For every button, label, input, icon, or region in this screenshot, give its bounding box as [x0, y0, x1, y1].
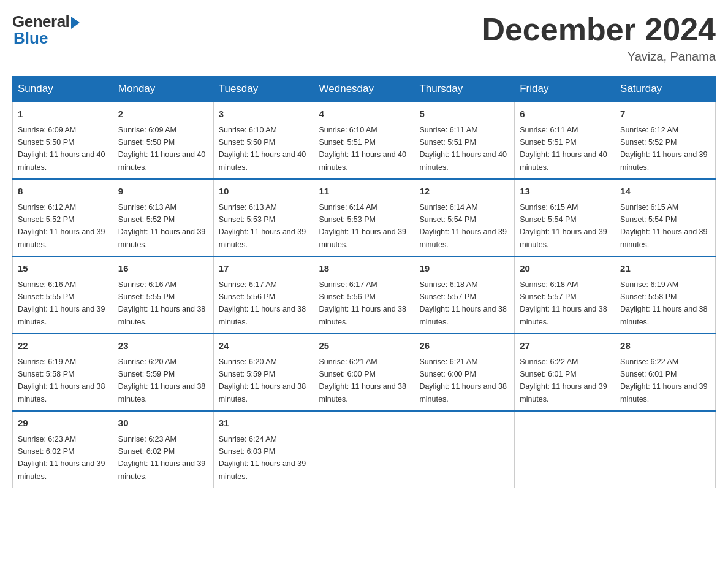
day-number: 28: [620, 339, 710, 353]
day-info: Sunrise: 6:12 AMSunset: 5:52 PMDaylight:…: [620, 126, 707, 172]
table-row: 29 Sunrise: 6:23 AMSunset: 6:02 PMDaylig…: [13, 411, 113, 488]
day-info: Sunrise: 6:14 AMSunset: 5:53 PMDaylight:…: [319, 203, 406, 249]
day-info: Sunrise: 6:10 AMSunset: 5:51 PMDaylight:…: [319, 126, 406, 172]
table-row: 9 Sunrise: 6:13 AMSunset: 5:52 PMDayligh…: [113, 179, 213, 256]
table-row: 2 Sunrise: 6:09 AMSunset: 5:50 PMDayligh…: [113, 102, 213, 179]
table-row: 27 Sunrise: 6:22 AMSunset: 6:01 PMDaylig…: [515, 334, 615, 411]
day-info: Sunrise: 6:18 AMSunset: 5:57 PMDaylight:…: [520, 280, 607, 326]
day-number: 5: [419, 107, 509, 121]
day-number: 30: [118, 416, 208, 431]
day-info: Sunrise: 6:19 AMSunset: 5:58 PMDaylight:…: [18, 358, 105, 404]
day-number: 27: [520, 339, 610, 353]
day-info: Sunrise: 6:20 AMSunset: 5:59 PMDaylight:…: [118, 358, 205, 404]
day-info: Sunrise: 6:17 AMSunset: 5:56 PMDaylight:…: [219, 280, 306, 326]
day-number: 13: [520, 185, 610, 199]
table-row: 12 Sunrise: 6:14 AMSunset: 5:54 PMDaylig…: [414, 179, 515, 256]
calendar-week-row: 22 Sunrise: 6:19 AMSunset: 5:58 PMDaylig…: [13, 334, 716, 411]
table-row: 24 Sunrise: 6:20 AMSunset: 5:59 PMDaylig…: [213, 334, 314, 411]
location: Yaviza, Panama: [482, 50, 716, 64]
table-row: 17 Sunrise: 6:17 AMSunset: 5:56 PMDaylig…: [213, 256, 314, 334]
day-number: 9: [118, 185, 208, 199]
day-number: 11: [319, 185, 409, 199]
day-info: Sunrise: 6:22 AMSunset: 6:01 PMDaylight:…: [520, 358, 607, 404]
day-info: Sunrise: 6:15 AMSunset: 5:54 PMDaylight:…: [520, 203, 607, 249]
day-info: Sunrise: 6:09 AMSunset: 5:50 PMDaylight:…: [118, 126, 205, 172]
table-row: 15 Sunrise: 6:16 AMSunset: 5:55 PMDaylig…: [13, 256, 113, 334]
day-info: Sunrise: 6:15 AMSunset: 5:54 PMDaylight:…: [620, 203, 707, 249]
day-info: Sunrise: 6:21 AMSunset: 6:00 PMDaylight:…: [319, 358, 406, 404]
day-info: Sunrise: 6:24 AMSunset: 6:03 PMDaylight:…: [219, 435, 306, 481]
page-header: General Blue December 2024 Yaviza, Panam…: [12, 12, 716, 64]
table-row: 20 Sunrise: 6:18 AMSunset: 5:57 PMDaylig…: [515, 256, 615, 334]
logo-arrow-icon: [71, 17, 80, 29]
table-row: 18 Sunrise: 6:17 AMSunset: 5:56 PMDaylig…: [314, 256, 414, 334]
day-info: Sunrise: 6:18 AMSunset: 5:57 PMDaylight:…: [419, 280, 506, 326]
calendar-table: Sunday Monday Tuesday Wednesday Thursday…: [12, 76, 716, 488]
table-row: 13 Sunrise: 6:15 AMSunset: 5:54 PMDaylig…: [515, 179, 615, 256]
day-number: 24: [219, 339, 309, 353]
title-area: December 2024 Yaviza, Panama: [482, 12, 716, 64]
month-title: December 2024: [482, 12, 716, 47]
day-info: Sunrise: 6:09 AMSunset: 5:50 PMDaylight:…: [18, 126, 105, 172]
day-info: Sunrise: 6:11 AMSunset: 5:51 PMDaylight:…: [520, 126, 607, 172]
day-info: Sunrise: 6:16 AMSunset: 5:55 PMDaylight:…: [118, 280, 205, 326]
table-row: [314, 411, 414, 488]
day-info: Sunrise: 6:12 AMSunset: 5:52 PMDaylight:…: [18, 203, 105, 249]
table-row: 11 Sunrise: 6:14 AMSunset: 5:53 PMDaylig…: [314, 179, 414, 256]
table-row: 31 Sunrise: 6:24 AMSunset: 6:03 PMDaylig…: [213, 411, 314, 488]
table-row: 5 Sunrise: 6:11 AMSunset: 5:51 PMDayligh…: [414, 102, 515, 179]
table-row: 4 Sunrise: 6:10 AMSunset: 5:51 PMDayligh…: [314, 102, 414, 179]
calendar-header-row: Sunday Monday Tuesday Wednesday Thursday…: [13, 77, 716, 102]
day-number: 31: [219, 416, 309, 431]
day-info: Sunrise: 6:11 AMSunset: 5:51 PMDaylight:…: [419, 126, 506, 172]
day-number: 10: [219, 185, 309, 199]
day-info: Sunrise: 6:17 AMSunset: 5:56 PMDaylight:…: [319, 280, 406, 326]
table-row: 22 Sunrise: 6:19 AMSunset: 5:58 PMDaylig…: [13, 334, 113, 411]
col-thursday: Thursday: [414, 77, 515, 102]
day-info: Sunrise: 6:23 AMSunset: 6:02 PMDaylight:…: [18, 435, 105, 481]
day-info: Sunrise: 6:19 AMSunset: 5:58 PMDaylight:…: [620, 280, 707, 326]
table-row: 21 Sunrise: 6:19 AMSunset: 5:58 PMDaylig…: [615, 256, 716, 334]
day-info: Sunrise: 6:13 AMSunset: 5:52 PMDaylight:…: [118, 203, 205, 249]
table-row: 26 Sunrise: 6:21 AMSunset: 6:00 PMDaylig…: [414, 334, 515, 411]
day-info: Sunrise: 6:20 AMSunset: 5:59 PMDaylight:…: [219, 358, 306, 404]
day-number: 6: [520, 107, 610, 121]
table-row: 6 Sunrise: 6:11 AMSunset: 5:51 PMDayligh…: [515, 102, 615, 179]
day-number: 25: [319, 339, 409, 353]
table-row: 7 Sunrise: 6:12 AMSunset: 5:52 PMDayligh…: [615, 102, 716, 179]
day-number: 19: [419, 262, 509, 276]
day-number: 23: [118, 339, 208, 353]
table-row: 23 Sunrise: 6:20 AMSunset: 5:59 PMDaylig…: [113, 334, 213, 411]
day-info: Sunrise: 6:23 AMSunset: 6:02 PMDaylight:…: [118, 435, 205, 481]
day-number: 17: [219, 262, 309, 276]
day-number: 21: [620, 262, 710, 276]
table-row: 16 Sunrise: 6:16 AMSunset: 5:55 PMDaylig…: [113, 256, 213, 334]
day-info: Sunrise: 6:22 AMSunset: 6:01 PMDaylight:…: [620, 358, 707, 404]
calendar-week-row: 15 Sunrise: 6:16 AMSunset: 5:55 PMDaylig…: [13, 256, 716, 334]
calendar-week-row: 1 Sunrise: 6:09 AMSunset: 5:50 PMDayligh…: [13, 102, 716, 179]
table-row: [414, 411, 515, 488]
table-row: 1 Sunrise: 6:09 AMSunset: 5:50 PMDayligh…: [13, 102, 113, 179]
col-monday: Monday: [113, 77, 213, 102]
day-number: 16: [118, 262, 208, 276]
day-number: 26: [419, 339, 509, 353]
table-row: 28 Sunrise: 6:22 AMSunset: 6:01 PMDaylig…: [615, 334, 716, 411]
day-number: 1: [18, 107, 108, 121]
day-info: Sunrise: 6:10 AMSunset: 5:50 PMDaylight:…: [219, 126, 306, 172]
table-row: 25 Sunrise: 6:21 AMSunset: 6:00 PMDaylig…: [314, 334, 414, 411]
day-number: 18: [319, 262, 409, 276]
col-wednesday: Wednesday: [314, 77, 414, 102]
day-info: Sunrise: 6:21 AMSunset: 6:00 PMDaylight:…: [419, 358, 506, 404]
col-saturday: Saturday: [615, 77, 716, 102]
table-row: 19 Sunrise: 6:18 AMSunset: 5:57 PMDaylig…: [414, 256, 515, 334]
day-number: 3: [219, 107, 309, 121]
day-number: 12: [419, 185, 509, 199]
day-number: 22: [18, 339, 108, 353]
logo-blue-text: Blue: [13, 29, 48, 48]
table-row: 10 Sunrise: 6:13 AMSunset: 5:53 PMDaylig…: [213, 179, 314, 256]
table-row: [615, 411, 716, 488]
day-info: Sunrise: 6:14 AMSunset: 5:54 PMDaylight:…: [419, 203, 506, 249]
col-sunday: Sunday: [13, 77, 113, 102]
table-row: [515, 411, 615, 488]
calendar-week-row: 29 Sunrise: 6:23 AMSunset: 6:02 PMDaylig…: [13, 411, 716, 488]
